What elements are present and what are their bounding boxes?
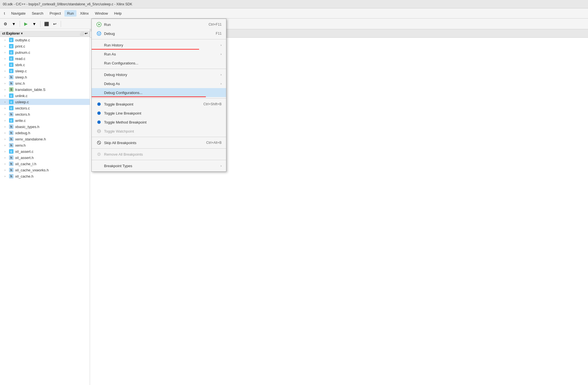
run-as-icon-placeholder <box>96 51 102 57</box>
svg-point-4 <box>100 33 100 33</box>
menu-run-item[interactable]: Run Ctrl+F11 <box>92 20 226 29</box>
breakpoint-circle <box>97 111 101 115</box>
debug-history-label: Debug History <box>104 73 218 77</box>
debug-menu-icon <box>96 31 102 36</box>
run-history-arrow: › <box>220 43 222 47</box>
menu-toggle-watchpoint-item: Toggle Watchpoint <box>92 127 226 136</box>
divider-1 <box>92 39 226 39</box>
svg-marker-1 <box>98 24 100 26</box>
run-as-label: Run As <box>104 52 218 56</box>
run-configurations-label: Run Configurations... <box>104 61 222 65</box>
skip-all-breakpoints-label: Skip All Breakpoints <box>104 141 204 145</box>
breakpoint-circle <box>97 102 101 106</box>
breakpoint-types-label: Breakpoint Types <box>104 164 218 168</box>
debug-history-arrow: › <box>220 73 222 76</box>
menu-run-configurations-item[interactable]: Run Configurations... <box>92 59 226 68</box>
debug-configs-underline <box>92 97 206 97</box>
skip-all-bp-shortcut: Ctrl+Alt+B <box>206 141 222 145</box>
divider-2 <box>92 69 226 69</box>
run-dropdown-menu: Run Ctrl+F11 Debug F11 Run History › <box>91 19 226 172</box>
toggle-breakpoint-label: Toggle Breakpoint <box>104 102 201 106</box>
divider-6 <box>92 160 226 160</box>
toggle-method-breakpoint-label: Toggle Method Breakpoint <box>104 120 222 124</box>
run-menu-icon <box>96 22 102 27</box>
menu-debug-item[interactable]: Debug F11 <box>92 29 226 38</box>
debug-configurations-label: Debug Configurations... <box>104 91 222 95</box>
toggle-method-bp-icon <box>96 119 102 125</box>
remove-all-bp-icon <box>96 151 102 157</box>
menu-skip-all-bp-item[interactable]: Skip All Breakpoints Ctrl+Alt+B <box>92 138 226 147</box>
debug-shortcut: F11 <box>216 32 222 35</box>
svg-line-10 <box>98 142 100 144</box>
menu-toggle-line-bp-item[interactable]: Toggle Line Breakpoint <box>92 109 226 118</box>
divider-5 <box>92 148 226 149</box>
debug-as-arrow: › <box>220 82 222 85</box>
remove-all-breakpoints-label: Remove All Breakpoints <box>104 152 222 156</box>
run-configs-icon-placeholder <box>96 60 102 66</box>
toggle-line-breakpoint-label: Toggle Line Breakpoint <box>104 111 222 115</box>
menu-run-history-item[interactable]: Run History › <box>92 41 226 50</box>
run-label: Run <box>104 23 206 27</box>
debug-as-icon-placeholder <box>96 81 102 86</box>
toggle-watchpoint-label: Toggle Watchpoint <box>104 129 222 133</box>
divider-4 <box>92 137 226 137</box>
svg-point-6 <box>98 130 100 132</box>
run-history-icon-placeholder <box>96 42 102 48</box>
bp-types-icon-placeholder <box>96 163 102 169</box>
menu-remove-all-bp-item: Remove All Breakpoints <box>92 150 226 159</box>
skip-all-bp-icon <box>96 140 102 146</box>
menu-run-as-item[interactable]: Run As › <box>92 50 226 59</box>
run-as-arrow: › <box>220 52 222 56</box>
menu-toggle-method-bp-item[interactable]: Toggle Method Breakpoint <box>92 118 226 127</box>
bp-types-arrow: › <box>220 164 222 167</box>
menu-debug-history-item[interactable]: Debug History › <box>92 70 226 79</box>
svg-point-3 <box>98 33 99 33</box>
debug-label: Debug <box>104 32 213 36</box>
run-history-label: Run History <box>104 43 218 47</box>
menu-breakpoint-types-item[interactable]: Breakpoint Types › <box>92 161 226 170</box>
toggle-bp-shortcut: Ctrl+Shift+B <box>203 102 222 106</box>
run-shortcut: Ctrl+F11 <box>209 23 222 26</box>
debug-history-icon-placeholder <box>96 72 102 77</box>
menu-debug-as-item[interactable]: Debug As › <box>92 79 226 88</box>
breakpoint-circle <box>97 120 101 124</box>
toggle-line-bp-icon <box>96 110 102 116</box>
debug-as-label: Debug As <box>104 82 218 86</box>
menu-toggle-breakpoint-item[interactable]: Toggle Breakpoint Ctrl+Shift+B <box>92 100 226 109</box>
svg-point-2 <box>97 32 101 35</box>
dropdown-overlay: Run Ctrl+F11 Debug F11 Run History › <box>0 0 588 385</box>
divider-3 <box>92 98 226 99</box>
menu-debug-configurations-item[interactable]: Debug Configurations... <box>92 88 226 97</box>
toggle-wp-icon <box>96 128 102 134</box>
toggle-bp-icon <box>96 101 102 107</box>
debug-configs-icon-placeholder <box>96 90 102 95</box>
